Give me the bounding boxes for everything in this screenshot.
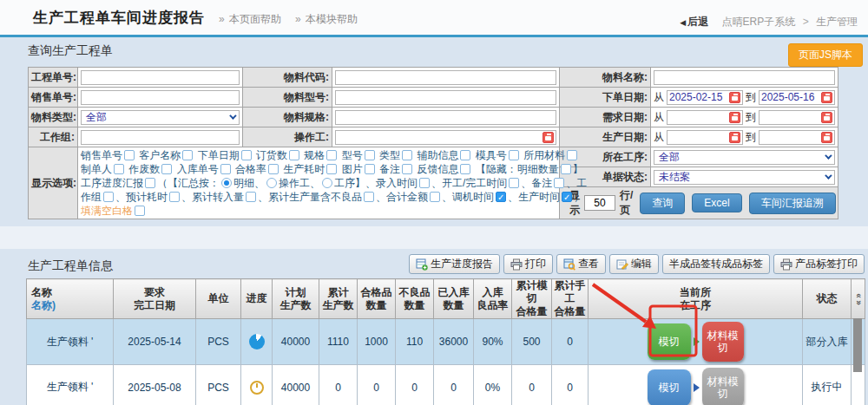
- material-spec-input[interactable]: [335, 110, 556, 125]
- order-date-to-input[interactable]: 2025-05-16: [759, 90, 835, 105]
- order-date-from-input[interactable]: 2025-02-15: [667, 90, 743, 105]
- col-header-current-process[interactable]: 当前所在工序: [589, 279, 803, 319]
- calendar-icon[interactable]: [821, 112, 832, 123]
- order-no-input[interactable]: [81, 70, 240, 85]
- product-label-print-button[interactable]: 产品标签打印: [773, 254, 865, 274]
- col-header-plan-qty[interactable]: 计划生产数: [273, 279, 319, 319]
- col-header-good-qty[interactable]: 合格品数量: [358, 279, 396, 319]
- progress-report-button[interactable]: 生产进度报告: [409, 254, 500, 274]
- checkbox[interactable]: [562, 192, 572, 202]
- back-button[interactable]: ◀后退: [680, 16, 708, 28]
- radio-button[interactable]: [322, 178, 332, 188]
- workshop-trace-button[interactable]: 车间汇报追溯: [749, 193, 836, 214]
- process-diecut-button[interactable]: 模切: [648, 323, 691, 360]
- col-header-stock-rate[interactable]: 入库良品率: [474, 279, 512, 319]
- checkbox[interactable]: [114, 164, 124, 174]
- doc-status-select[interactable]: 未结案: [654, 170, 835, 185]
- edit-button[interactable]: 编辑: [609, 254, 659, 274]
- process-select[interactable]: 全部: [654, 150, 835, 165]
- scroll-up-icon[interactable]: «: [855, 293, 862, 298]
- print-button[interactable]: 打印: [503, 254, 553, 274]
- checkbox[interactable]: [135, 206, 145, 216]
- material-code-input[interactable]: [335, 70, 556, 85]
- checkbox[interactable]: [460, 150, 470, 160]
- col-header-status[interactable]: 状态: [803, 279, 852, 319]
- demand-date-to-input[interactable]: [759, 110, 835, 125]
- breadcrumb-module[interactable]: 生产管理: [816, 16, 858, 28]
- checkbox[interactable]: [567, 150, 577, 160]
- search-button[interactable]: 查询: [640, 193, 685, 214]
- checkbox[interactable]: [365, 164, 375, 174]
- checkbox[interactable]: [364, 192, 374, 202]
- checkbox[interactable]: [161, 164, 172, 174]
- module-help-link[interactable]: » 本模块帮助: [295, 12, 358, 27]
- material-model-input[interactable]: [335, 90, 556, 105]
- excel-button[interactable]: Excel: [692, 193, 741, 212]
- checkbox[interactable]: [554, 178, 564, 188]
- col-header-defect-qty[interactable]: 不良品数量: [396, 279, 434, 319]
- checkbox[interactable]: [289, 150, 299, 160]
- production-date-from-input[interactable]: [667, 130, 743, 145]
- checkbox[interactable]: [326, 164, 337, 174]
- table-row[interactable]: 生产领料 ' 2025-05-14 PCS 40000 1110 1000 11…: [27, 319, 865, 365]
- checkbox[interactable]: [509, 150, 519, 160]
- checkbox[interactable]: [182, 150, 193, 160]
- checkbox[interactable]: [430, 192, 440, 202]
- demand-date-from-input[interactable]: [667, 110, 743, 125]
- table-row[interactable]: 生产领料 ' 2025-05-08 PCS 40000 0 0 0 0 0% 0…: [27, 365, 865, 405]
- scroll-column-header[interactable]: «»: [852, 279, 865, 319]
- scroll-down-icon[interactable]: »: [855, 300, 862, 305]
- calendar-icon[interactable]: [729, 92, 740, 103]
- process-diecut-button[interactable]: 模切: [648, 369, 691, 405]
- calendar-icon[interactable]: [821, 92, 832, 103]
- semi-label-convert-button[interactable]: 半成品签转成品标签: [662, 254, 770, 274]
- page-help-link[interactable]: » 本页面帮助: [219, 12, 281, 27]
- order-name-link[interactable]: 生产领料 ': [27, 365, 114, 405]
- checkbox[interactable]: [402, 150, 412, 160]
- sales-no-input[interactable]: [81, 90, 240, 105]
- checkbox[interactable]: [561, 164, 571, 174]
- order-name-link[interactable]: 生产领料 ': [27, 319, 114, 365]
- checkbox[interactable]: [124, 150, 135, 160]
- col-header-stocked-qty[interactable]: 已入库数量: [434, 279, 474, 319]
- checkbox[interactable]: [241, 150, 252, 160]
- page-js-script-button[interactable]: 页面JS脚本: [788, 43, 863, 67]
- checkbox[interactable]: [169, 192, 180, 202]
- material-type-select[interactable]: 全部: [81, 110, 240, 125]
- operator-input[interactable]: [335, 130, 556, 145]
- checkbox[interactable]: [496, 192, 506, 202]
- scrollbar-thumb[interactable]: [853, 318, 862, 372]
- col-header-manual-qty[interactable]: 累计手工合格量: [552, 279, 589, 319]
- checkbox[interactable]: [509, 178, 519, 188]
- calendar-icon[interactable]: [729, 132, 740, 143]
- production-date-to-input[interactable]: [759, 130, 835, 145]
- col-header-due-date[interactable]: 要求完工日期: [114, 279, 196, 319]
- breadcrumb-system[interactable]: 点晴ERP子系统: [722, 16, 796, 28]
- col-header-name[interactable]: 名称名称): [27, 279, 114, 319]
- material-name-input[interactable]: [654, 70, 835, 85]
- checkbox[interactable]: [145, 178, 155, 188]
- radio-button[interactable]: [221, 178, 232, 188]
- checkbox[interactable]: [268, 164, 279, 174]
- checkbox[interactable]: [220, 164, 231, 174]
- checkbox[interactable]: [402, 164, 412, 174]
- col-header-unit[interactable]: 单位: [196, 279, 241, 319]
- process-material-diecut-button[interactable]: 材料模切: [702, 322, 744, 362]
- checkbox[interactable]: [246, 192, 256, 202]
- lookup-icon[interactable]: [542, 132, 554, 143]
- col-header-total-qty[interactable]: 累计生产数: [319, 279, 358, 319]
- calendar-icon[interactable]: [821, 132, 832, 143]
- page-size-input[interactable]: [584, 195, 615, 211]
- process-material-diecut-button[interactable]: 材料模切: [702, 368, 744, 405]
- checkbox[interactable]: [460, 164, 470, 174]
- checkbox[interactable]: [326, 150, 337, 160]
- view-button[interactable]: 查看: [556, 254, 606, 274]
- checkbox[interactable]: [419, 178, 430, 188]
- checkbox[interactable]: [365, 150, 375, 160]
- calendar-icon[interactable]: [729, 112, 740, 123]
- work-group-input[interactable]: [81, 130, 240, 145]
- radio-button[interactable]: [266, 178, 277, 188]
- col-header-diecut-qty[interactable]: 累计模切合格量: [512, 279, 552, 319]
- col-header-progress[interactable]: 进度: [241, 279, 273, 319]
- checkbox[interactable]: [103, 192, 114, 202]
